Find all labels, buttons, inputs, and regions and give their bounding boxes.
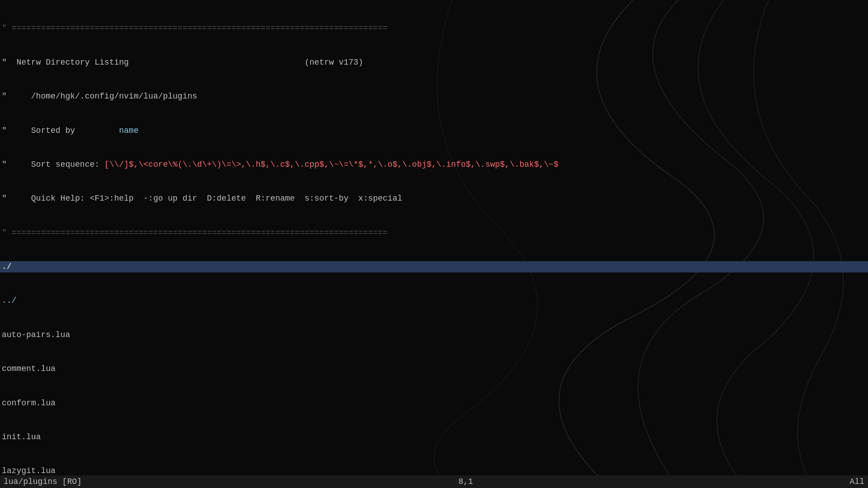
sort-sequence-line: " Sort sequence: [\\/]$,\<core\%(\.\d\+\… (0, 159, 868, 170)
current-dir-selected[interactable]: ./ (0, 261, 868, 272)
status-filename: lua/plugins [RO] (4, 475, 82, 488)
statusline: lua/plugins [RO] 8,1 All (0, 475, 868, 488)
file-auto-pairs[interactable]: auto-pairs.lua (0, 329, 868, 341)
status-cursor: 8,1 (458, 475, 473, 488)
path-line: " /home/hgk/.config/nvim/lua/plugins (0, 91, 868, 102)
parent-dir[interactable]: ../ (0, 295, 868, 306)
status-position: All (850, 475, 864, 488)
separator-bottom: " ======================================… (0, 227, 868, 239)
netrw-content: " ======================================… (0, 0, 868, 488)
file-comment[interactable]: comment.lua (0, 363, 868, 375)
sort-sequence-value: [\\/]$,\<core\%(\.\d\+\)\=\>,\.h$,\.c$,\… (104, 160, 559, 169)
file-conform[interactable]: conform.lua (0, 398, 868, 409)
separator-top: " ======================================… (0, 23, 868, 34)
title-line: " Netrw Directory Listing (netrw v173) (0, 57, 868, 68)
sorted-by-line: " Sorted by name (0, 125, 868, 136)
quick-help-line: " Quick Help: <F1>:help -:go up dir D:de… (0, 193, 868, 204)
file-init[interactable]: init.lua (0, 432, 868, 443)
